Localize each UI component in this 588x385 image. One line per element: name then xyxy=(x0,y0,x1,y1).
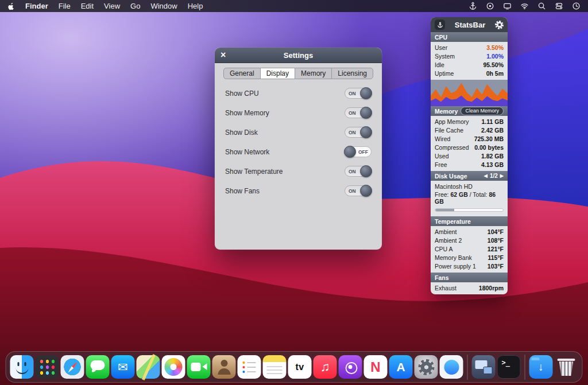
toggle-show-disk[interactable]: ON xyxy=(345,127,372,138)
tab-display[interactable]: Display xyxy=(261,68,295,79)
stat-row: User3.50% xyxy=(431,44,508,52)
dock-contacts-icon[interactable] xyxy=(212,355,236,379)
stat-value: 1800rpm xyxy=(479,284,504,293)
cpu-section-header: CPU xyxy=(431,32,508,42)
tab-licensing[interactable]: Licensing xyxy=(332,68,373,79)
menubar-item-file[interactable]: File xyxy=(59,2,71,10)
settings-titlebar[interactable]: × Settings xyxy=(215,48,382,63)
dock-app-store-icon[interactable]: A xyxy=(389,355,413,379)
stat-label: Idle xyxy=(435,61,444,69)
dock-notes-icon[interactable] xyxy=(263,355,287,379)
stat-row: Memory Bank115°F xyxy=(431,254,508,262)
statsbar-menubar-icon[interactable] xyxy=(468,1,478,11)
toggle-show-cpu[interactable]: ON xyxy=(345,88,372,99)
dock-podcasts-icon[interactable] xyxy=(339,355,362,379)
fans-rows: Exhaust1800rpm xyxy=(431,282,508,294)
menubar-item-edit[interactable]: Edit xyxy=(81,2,94,10)
fans-section-header: Fans xyxy=(431,273,508,282)
disk-pager: ◀1/2▶ xyxy=(484,173,504,179)
menubar-item-go[interactable]: Go xyxy=(130,2,140,10)
menubar-status-icons xyxy=(468,1,581,11)
dock-music-icon[interactable]: ♫ xyxy=(314,355,337,379)
wifi-icon[interactable] xyxy=(520,1,529,11)
setting-label: Show Temperature xyxy=(225,168,283,176)
music-glyph: ♫ xyxy=(320,360,330,375)
dock-launchpad-icon[interactable] xyxy=(36,355,59,379)
statsbar-title: StatsBar xyxy=(448,21,492,29)
menubar: Finder FileEditViewGoWindowHelp xyxy=(0,0,588,12)
setting-row: Show NetworkOFF xyxy=(215,146,382,158)
statsbar-gear-icon[interactable] xyxy=(495,21,504,29)
menubar-items: FileEditViewGoWindowHelp xyxy=(59,2,203,10)
dock-maps-icon[interactable] xyxy=(137,355,160,379)
dock-system-preferences-icon[interactable] xyxy=(415,355,438,379)
memory-section-header-label: Memory xyxy=(435,108,458,115)
apple-menu-icon[interactable] xyxy=(7,2,15,10)
mail-glyph: ✉ xyxy=(118,360,128,374)
toggle-show-memory[interactable]: ON xyxy=(345,107,372,118)
menubar-item-window[interactable]: Window xyxy=(150,2,177,10)
disk-prev-button[interactable]: ◀ xyxy=(484,173,488,178)
dock-terminal-icon[interactable]: >_ xyxy=(497,355,521,379)
toggle-knob[interactable] xyxy=(360,87,372,99)
settings-window-title: Settings xyxy=(284,51,313,60)
dock-reminders-icon[interactable] xyxy=(238,355,261,379)
fans-section-header-label: Fans xyxy=(435,274,449,281)
dock-trash-icon[interactable] xyxy=(555,355,578,379)
clean-memory-button[interactable]: Clean Memory xyxy=(461,107,504,115)
settings-rows: Show CPUONShow MemoryONShow DiskONShow N… xyxy=(215,87,382,197)
cpu-rows: User3.50%System1.00%Idle95.50%Uptime0h 5… xyxy=(431,42,508,80)
disk-next-button[interactable]: ▶ xyxy=(500,173,504,178)
disk-section-header-label: Disk Usage xyxy=(435,173,467,180)
dock-news-icon[interactable]: N xyxy=(364,355,388,379)
disk-body: Macintosh HDFree: 62 GB / Total: 86 GB xyxy=(431,181,508,216)
toggle-show-network[interactable]: OFF xyxy=(345,146,372,157)
close-button[interactable]: × xyxy=(220,49,226,61)
statsbar-header: StatsBar xyxy=(431,17,508,32)
dock-tv-icon[interactable]: tv xyxy=(288,355,312,379)
dock-downloads-icon[interactable]: ↓ xyxy=(529,355,553,379)
stat-row: System1.00% xyxy=(431,52,508,61)
dock-displays-icon[interactable] xyxy=(472,355,496,379)
dock-facetime-icon[interactable] xyxy=(187,355,211,379)
stat-value: 0.00 bytes xyxy=(474,143,504,152)
dock-safari-icon[interactable] xyxy=(61,355,84,379)
stat-row: Uptime0h 5m xyxy=(431,69,508,78)
clock-icon[interactable] xyxy=(571,1,581,11)
record-indicator-icon[interactable] xyxy=(485,1,495,11)
tab-memory[interactable]: Memory xyxy=(295,68,332,79)
toggle-knob[interactable] xyxy=(344,146,356,158)
tab-general[interactable]: General xyxy=(224,68,261,79)
stat-value: 4.13 GB xyxy=(481,161,504,169)
toggle-state-label: ON xyxy=(345,169,359,174)
control-center-icon[interactable] xyxy=(554,1,564,11)
toggle-show-temperature[interactable]: ON xyxy=(345,166,372,177)
stat-row: Wired725.30 MB xyxy=(431,135,508,143)
disk-total-prefix: / Total: xyxy=(468,191,489,198)
toggle-knob[interactable] xyxy=(360,126,372,138)
stat-label: Ambient 2 xyxy=(435,236,462,245)
menubar-item-view[interactable]: View xyxy=(104,2,120,10)
toggle-show-fans[interactable]: ON xyxy=(345,185,372,196)
stat-row: Used1.82 GB xyxy=(431,152,508,161)
dock-photos-icon[interactable] xyxy=(162,355,185,379)
dock-statsbar-app-icon[interactable] xyxy=(440,355,463,379)
stat-label: File Cache xyxy=(435,126,463,135)
dock-finder-icon[interactable] xyxy=(10,355,34,379)
menubar-item-help[interactable]: Help xyxy=(188,2,203,10)
stat-row: CPU A121°F xyxy=(431,245,508,254)
setting-row: Show MemoryON xyxy=(215,107,382,119)
menubar-app-name[interactable]: Finder xyxy=(25,2,48,10)
toggle-state-label: ON xyxy=(345,110,359,116)
display-menubar-icon[interactable] xyxy=(502,1,512,11)
toggle-knob[interactable] xyxy=(360,185,372,197)
dock-messages-icon[interactable] xyxy=(86,355,110,379)
dock-mail-icon[interactable]: ✉ xyxy=(111,355,135,379)
toggle-knob[interactable] xyxy=(360,165,372,177)
stat-value: 3.50% xyxy=(486,44,504,52)
dock-separator xyxy=(525,355,525,380)
toggle-knob[interactable] xyxy=(360,107,372,119)
statsbar-sections: CPUUser3.50%System1.00%Idle95.50%Uptime0… xyxy=(431,32,508,294)
spotlight-search-icon[interactable] xyxy=(537,1,547,11)
settings-window: × Settings GeneralDisplayMemoryLicensing… xyxy=(215,48,382,250)
